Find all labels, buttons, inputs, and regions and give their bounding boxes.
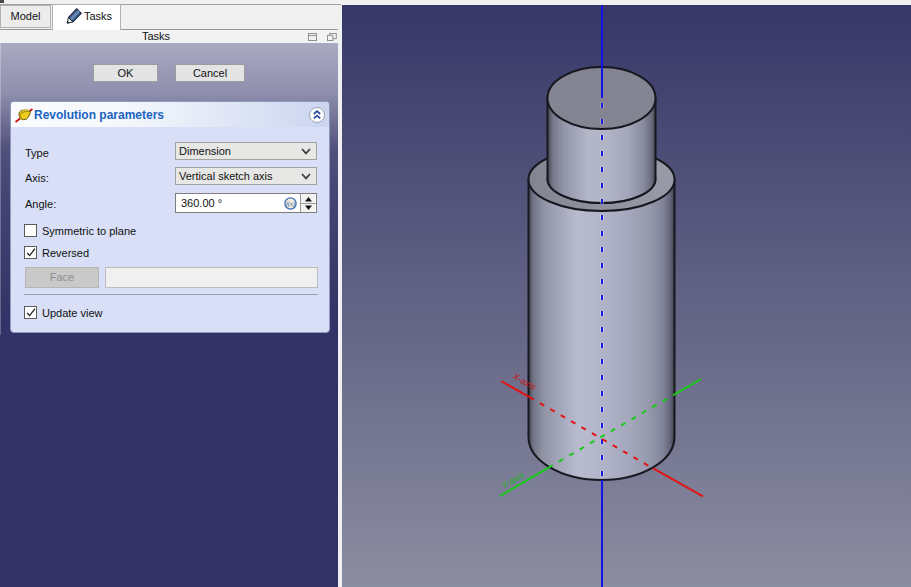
svg-text:f(x): f(x)	[286, 200, 295, 208]
